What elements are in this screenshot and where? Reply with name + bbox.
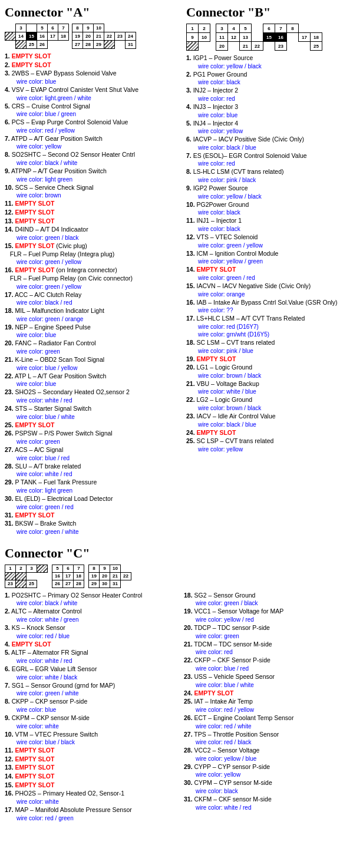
list-item: 21. TDCM – TDC sensor M-sidewire color: … (184, 641, 358, 656)
wire-color: wire color: red / yellow (5, 127, 177, 134)
list-item: 8. SO2SHTC – Second O2 Sensor Heater Cnt… (5, 151, 177, 167)
wire-color: wire color: green / red (186, 274, 358, 282)
list-item: 14. D4IND – A/T D4 Indicaatorwire color:… (5, 226, 177, 242)
connector-b-section: Connector "B" 1 2 3 4 5 6 7 8 (182, 0, 363, 541)
wire-color: wire color: blue (5, 706, 179, 714)
list-item: 20. FANC – Radiator Fan Controlwire colo… (5, 339, 177, 355)
list-item: 11. EMPTY SLOT (5, 200, 177, 208)
wire-color: wire color: blue (5, 78, 177, 85)
list-item: 17. LS+HLC LSM – A/T CVT Trans Relatedwi… (186, 315, 358, 338)
wire-color: wire color: blue (5, 331, 177, 339)
list-item: 25. EMPTY SLOT (5, 421, 177, 430)
connector-b-title: Connector "B" (186, 5, 358, 20)
list-item: 18. SC LSM – CVT trans relatedwire color… (186, 339, 358, 355)
wire-color: wire color: yellow (184, 771, 358, 778)
list-item: 30. EL (ELD) – Electrical Load Detectorw… (5, 495, 177, 511)
wire-color: wire color: green (5, 348, 177, 355)
wire-color: wire color: grn/wht (D16Y5) (186, 331, 358, 338)
wire-color: wire color: black (186, 225, 358, 233)
list-item: 6. IACVP – IACV Positive Side (Civic Onl… (186, 136, 358, 151)
wire-color: wire color: green / black (184, 599, 358, 607)
empty-slot: EMPTY SLOT (15, 773, 55, 780)
list-item: 16. EMPTY SLOT (on Integra connector) FL… (5, 266, 177, 290)
list-item: 12. EMPTY SLOT (5, 209, 177, 217)
list-item: 4. VSV – EVAP Control Canister Vent Shut… (5, 86, 177, 102)
wire-color: wire color: blue / red (5, 454, 177, 462)
list-item: 22. LG2 – Logic Groundwire color: brown … (186, 396, 358, 412)
list-item: 24. EMPTY SLOT (186, 429, 358, 437)
wire-color: wire color: red (186, 160, 358, 167)
list-item: 8. LS-HLC LSM (CVT trans related)wire co… (186, 168, 358, 184)
connector-a-diagram: 3 5 6 7 8 9 10 14 15 (5, 24, 177, 49)
wire-color: wire color: blue / white (184, 681, 358, 689)
wire-color: wire color: blue / black (5, 738, 179, 746)
list-item: 20. LG1 – Logic Groundwire color: brown … (186, 364, 358, 379)
wire-color: wire color: yellow / green (186, 258, 358, 265)
wire-color: wire color: blue / white (5, 413, 177, 421)
wire-color: wire color: blue (5, 380, 177, 388)
list-item: 12. VTS – VTEC Solenoidwire color: green… (186, 233, 358, 249)
wire-color: wire color: black / blue (186, 421, 358, 428)
wire-color: wire color: white / red (5, 397, 177, 404)
list-item: 30. CYPM – CYP sensor M-sidewire color: … (184, 779, 358, 795)
connectors-top-row: Connector "A" 3 5 6 7 8 9 10 (0, 0, 363, 541)
list-item: 10. SCS – Service Check Signalwire color… (5, 184, 177, 200)
wire-color: wire color: yellow (5, 143, 177, 150)
list-item: 28. SLU – A/T brake relatedwire color: w… (5, 463, 177, 478)
list-item: 5. INJ4 – Injector 4wire color: yellow (186, 120, 358, 136)
wire-color: wire color: black / white (5, 159, 177, 167)
wire-color: wire color: white / blue (186, 388, 358, 395)
empty-slot: EMPTY SLOT (15, 781, 55, 788)
list-item: 1. EMPTY SLOT (5, 52, 177, 61)
connector-b-diagram: 1 2 3 4 5 6 7 8 9 10 (186, 24, 358, 51)
list-item: 11. INJ1 – Injector 1wire color: black (186, 217, 358, 233)
connector-c-right-pins: 18. SG2 – Sensor Groundwire color: green… (182, 592, 358, 823)
list-item: 9. ATPNP – A/T Gear Position Switchwire … (5, 167, 177, 183)
wire-color: wire color: brown (5, 192, 177, 199)
connector-b-pin-list: 1. IGP1 – Power Sourcewire color: yellow… (186, 54, 358, 453)
empty-slot: EMPTY SLOT (197, 429, 236, 436)
wire-color: wire color: black (184, 787, 358, 795)
list-item: 4. INJ3 – Injector 3wire color: blue (186, 103, 358, 119)
list-item: 17. ACC – A/C Clutch Relaywire color: bl… (5, 291, 177, 307)
wire-color: wire color: pink / black (186, 176, 358, 184)
list-item: 3. 2WBS – EVAP Bypass Solenoid Valvewire… (5, 70, 177, 85)
list-item: 4. EMPTY SLOT (5, 641, 179, 649)
empty-slot: EMPTY SLOT (15, 209, 55, 216)
list-item: 2. PG1 Power Groundwire color: black (186, 71, 358, 87)
wire-color: wire color: red / yellow (184, 706, 358, 714)
wire-color: wire color: green / white (5, 528, 177, 536)
wire-color: wire color: white / red (184, 804, 358, 811)
list-item: 9. CKPM – CKP sensor M-sidewire color: w… (5, 714, 179, 730)
list-item: 10. VTM – VTEC Pressure Switchwire color… (5, 731, 179, 747)
empty-slot: EMPTY SLOT (15, 755, 55, 763)
empty-slot: EMPTY SLOT (15, 421, 55, 428)
wire-color: wire color: black / red (5, 299, 177, 306)
wire-color: wire color: blue / yellow (5, 364, 177, 372)
list-item: 22. CKFP – CKF Sensor P-sidewire color: … (184, 656, 358, 672)
wire-color: wire color: blue / red (184, 665, 358, 672)
list-item: 9. IGP2 Power Sourcewire color: yellow /… (186, 184, 358, 200)
list-item: 27. TPS – Throttle Position Sensorwire c… (184, 731, 358, 747)
wire-color: wire color: green / black (5, 234, 177, 242)
wire-color: wire color: black (186, 209, 358, 216)
list-item: 1. IGP1 – Power Sourcewire color: yellow… (186, 54, 358, 70)
wire-color: wire color: yellow / blue (184, 755, 358, 763)
list-item: 7. ATPD – A/T Gear Position Switchwire c… (5, 135, 177, 151)
list-item: 25. IAT – Intake Air Tempwire color: red… (184, 698, 358, 714)
list-item: 28. VCC2 – Sensor Voltagewire color: yel… (184, 747, 358, 763)
wire-color: wire color: yellow (186, 445, 358, 453)
list-item: 25. SC LSP – CVT trans relatedwire color… (186, 437, 358, 453)
wire-color: wire color: green / yellow (5, 258, 177, 266)
empty-slot: EMPTY SLOT (197, 266, 236, 273)
list-item: 26. ECT – Engine Coolant Temp Sensorwire… (184, 714, 358, 730)
wire-color: wire color: red (186, 95, 358, 103)
wire-color: wire color: green (184, 632, 358, 640)
connector-a-title: Connector "A" (5, 5, 177, 20)
list-item: 2. ALTC – Alternator Controlwire color: … (5, 608, 179, 623)
connector-c-diagram: 1 2 3 5 6 7 8 9 10 (5, 565, 358, 588)
list-item: 2. EMPTY SLOT (5, 61, 177, 70)
connector-c-left-pins: 1. PO2SHTC – Primary O2 Sensor Heater Co… (5, 592, 182, 823)
wire-color: wire color: red / white (184, 722, 358, 730)
wire-color: wire color: brown / black (186, 372, 358, 379)
